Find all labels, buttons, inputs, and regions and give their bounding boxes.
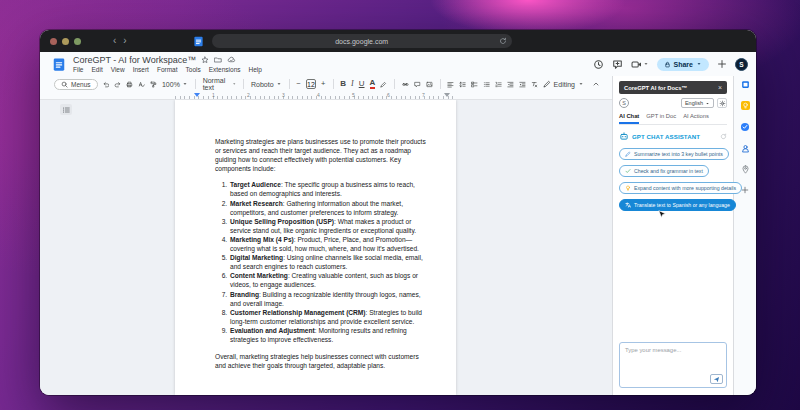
collapse-menus-icon[interactable] <box>592 80 600 88</box>
increase-indent-icon[interactable] <box>519 80 526 89</box>
maps-button[interactable] <box>741 165 750 174</box>
forward-button[interactable]: › <box>123 36 126 46</box>
font-size-field[interactable]: 12 <box>306 79 316 89</box>
menu-file[interactable]: File <box>73 66 83 73</box>
tab-ai-actions[interactable]: AI Actions <box>683 113 709 124</box>
pencil-icon <box>625 151 631 157</box>
menu-view[interactable]: View <box>111 66 125 73</box>
docs-app-icon[interactable] <box>52 56 66 73</box>
credits-badge[interactable]: S <box>619 98 629 108</box>
redo-icon[interactable] <box>114 80 121 89</box>
pencil-icon <box>543 80 551 88</box>
zoom-select[interactable]: 100% <box>162 81 188 88</box>
ruler: 1 2 3 4 5 6 7 <box>40 92 612 100</box>
paragraph-closing: Overall, marketing strategies help busin… <box>215 352 430 370</box>
reload-icon[interactable] <box>499 37 507 45</box>
tab-ai-chat[interactable]: AI Chat <box>619 113 639 124</box>
settings-button[interactable] <box>717 98 727 108</box>
font-family-select[interactable]: Roboto <box>251 81 282 88</box>
contacts-button[interactable] <box>741 144 750 153</box>
highlight-color-icon[interactable] <box>380 80 387 89</box>
paint-format-icon[interactable] <box>150 80 157 89</box>
calendar-button[interactable] <box>741 80 750 89</box>
document-outline-button[interactable] <box>60 104 72 115</box>
ruler-number: 6 <box>387 92 390 98</box>
tasks-button[interactable] <box>740 122 750 132</box>
bulleted-list-icon[interactable] <box>483 80 490 89</box>
decrease-font-size-button[interactable]: − <box>296 80 300 88</box>
document-title[interactable]: CoreGPT - AI for Workspace™ <box>73 55 196 65</box>
keep-button[interactable] <box>741 101 750 110</box>
zoom-value: 100% <box>162 81 180 88</box>
menu-tools[interactable]: Tools <box>186 66 201 73</box>
chip-grammar[interactable]: Check and fix grammar in text <box>619 165 709 177</box>
minimize-window-button[interactable] <box>62 38 69 45</box>
robot-icon <box>619 131 629 141</box>
right-indent-marker[interactable] <box>444 93 450 97</box>
chip-expand[interactable]: Expand content with more supporting deta… <box>619 182 742 194</box>
version-history-icon[interactable] <box>593 59 604 70</box>
zoom-window-button[interactable] <box>74 38 81 45</box>
increase-font-size-button[interactable]: + <box>321 80 325 88</box>
spell-check-icon[interactable] <box>138 80 145 89</box>
chevron-down-icon <box>182 81 188 87</box>
chip-translate[interactable]: Translate text to Spanish or any languag… <box>619 199 736 211</box>
list-item: Marketing Mix (4 Ps): Product, Price, Pl… <box>229 235 430 253</box>
document-page[interactable]: Marketing strategies are plans businesse… <box>175 100 456 395</box>
bold-button[interactable]: B <box>340 80 346 88</box>
meet-button[interactable] <box>631 59 649 70</box>
italic-button[interactable]: I <box>351 80 354 88</box>
insert-comment-icon[interactable] <box>414 80 421 89</box>
account-avatar[interactable]: S <box>735 58 748 71</box>
menu-format[interactable]: Format <box>157 66 178 73</box>
clear-formatting-icon[interactable] <box>531 80 538 89</box>
insert-link-icon[interactable] <box>402 80 409 89</box>
docs-header: CoreGPT - AI for Workspace™ File Edit Vi… <box>40 52 756 76</box>
numbered-list-icon[interactable] <box>495 80 502 89</box>
close-sidebar-button[interactable]: × <box>718 84 722 91</box>
send-button[interactable] <box>710 374 723 384</box>
search-menus-label: Menus <box>71 81 91 88</box>
back-button[interactable]: ‹ <box>113 36 116 46</box>
ruler-number: 4 <box>317 92 320 98</box>
sidebar-tabs: AI Chat GPT in Doc AI Actions <box>619 113 727 125</box>
align-icon[interactable] <box>447 80 454 89</box>
tasks-icon <box>740 122 750 132</box>
close-window-button[interactable] <box>50 38 57 45</box>
share-button[interactable]: Share <box>657 58 709 71</box>
language-value: English <box>685 100 703 106</box>
menu-insert[interactable]: Insert <box>133 66 149 73</box>
left-indent-marker[interactable] <box>194 93 200 97</box>
window-controls <box>50 38 81 45</box>
checklist-icon[interactable] <box>471 80 478 89</box>
address-bar[interactable]: docs.google.com <box>212 34 512 48</box>
translate-icon <box>625 202 631 208</box>
print-icon[interactable] <box>126 80 133 89</box>
line-spacing-icon[interactable] <box>459 80 466 89</box>
menu-help[interactable]: Help <box>249 66 262 73</box>
menu-extensions[interactable]: Extensions <box>209 66 241 73</box>
search-icon <box>61 81 68 88</box>
comments-icon[interactable] <box>612 59 623 70</box>
sidebar-title: CoreGPT AI for Docs™ <box>624 85 687 91</box>
insert-image-icon[interactable] <box>426 80 433 89</box>
text-color-button[interactable]: A <box>370 79 376 89</box>
menu-edit[interactable]: Edit <box>91 66 102 73</box>
decrease-indent-icon[interactable] <box>507 80 514 89</box>
editing-mode-select[interactable]: Editing <box>543 80 584 88</box>
search-menus-button[interactable]: Menus <box>54 79 98 90</box>
add-shortcut-icon[interactable] <box>717 59 727 69</box>
refresh-icon[interactable] <box>720 133 727 140</box>
chip-summarize[interactable]: Summarize text into 3 key bullet points <box>619 148 729 160</box>
undo-icon[interactable] <box>103 80 110 89</box>
language-select[interactable]: English <box>681 98 714 108</box>
get-addons-button[interactable] <box>741 186 749 194</box>
ruler-number: 3 <box>282 92 285 98</box>
list-item: Customer Relationship Management (CRM): … <box>229 308 430 326</box>
move-folder-icon[interactable] <box>214 56 222 64</box>
paragraph-style-select[interactable]: Normal text <box>203 77 237 91</box>
underline-button[interactable]: U <box>359 80 365 88</box>
star-icon[interactable] <box>201 56 209 64</box>
tab-gpt-in-doc[interactable]: GPT in Doc <box>646 113 676 124</box>
share-dropdown-icon[interactable] <box>696 61 702 67</box>
